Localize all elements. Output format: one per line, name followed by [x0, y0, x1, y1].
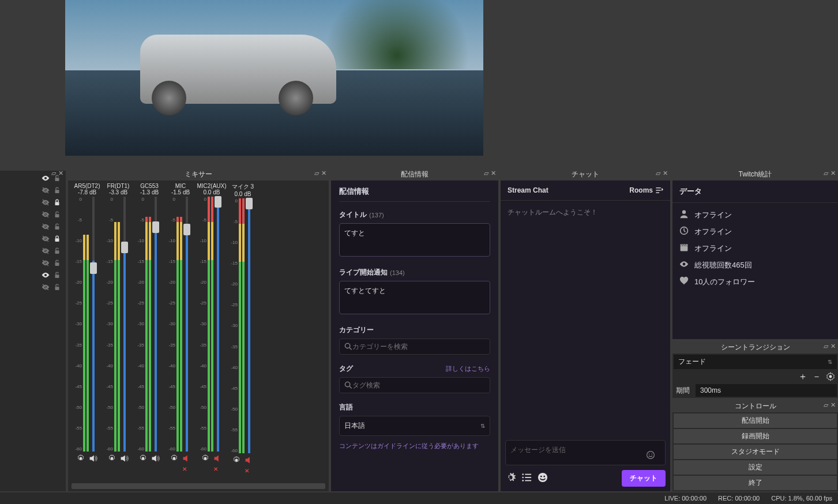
popout-icon[interactable]: ▱ [824, 170, 828, 177]
volume-thumb[interactable] [152, 221, 159, 233]
eye-off-icon[interactable] [42, 186, 50, 196]
gear-icon[interactable] [138, 454, 148, 463]
chat-send-button[interactable]: チャット [622, 470, 666, 487]
close-icon[interactable]: ✕ [831, 343, 836, 350]
mixer-scrollbar[interactable] [72, 483, 325, 489]
add-button[interactable]: ＋ [798, 371, 808, 382]
volume-thumb[interactable] [121, 242, 128, 253]
lang-select[interactable]: 日本語 ⇅ [339, 416, 490, 436]
transitions-header[interactable]: シーントランジション ▱ ✕ [672, 341, 838, 353]
gear-icon[interactable] [232, 456, 241, 465]
volume-thumb[interactable] [246, 198, 253, 209]
gear-icon[interactable] [76, 454, 85, 463]
emoji-icon[interactable] [646, 450, 655, 461]
eye-icon[interactable] [42, 271, 50, 281]
source-row[interactable] [2, 185, 63, 197]
user-icon [679, 209, 689, 220]
close-icon[interactable]: ✕ [491, 170, 496, 177]
preview-canvas[interactable] [65, 0, 483, 156]
smile-icon[interactable] [538, 472, 548, 484]
gear-icon[interactable] [825, 371, 836, 382]
stream-info-header[interactable]: 配信情報 ▱ ✕ [331, 168, 498, 180]
remove-button[interactable]: － [811, 371, 822, 382]
guideline-text[interactable]: コンテンツはガイドラインに従う必要があります [339, 442, 490, 450]
title-count: (137) [369, 212, 384, 219]
volume-thumb[interactable] [90, 262, 97, 274]
eye-off-icon[interactable] [42, 259, 50, 269]
transition-select[interactable]: フェード ⇅ [674, 355, 837, 369]
unlock-icon[interactable] [53, 210, 61, 220]
close-icon[interactable]: ✕ [831, 170, 836, 177]
mute-icon[interactable]: ✕ [245, 456, 254, 465]
category-search[interactable] [339, 338, 490, 355]
speaker-icon[interactable] [89, 454, 98, 463]
duration-input[interactable] [696, 384, 837, 397]
gear-icon[interactable] [201, 454, 210, 463]
popout-icon[interactable]: ▱ [824, 401, 828, 409]
source-row[interactable] [2, 246, 63, 258]
list-icon[interactable] [521, 472, 532, 484]
unlock-icon[interactable] [53, 247, 61, 257]
notify-count: (134) [390, 269, 405, 276]
source-row[interactable] [2, 209, 63, 221]
lock-icon[interactable] [53, 235, 61, 245]
mixer-panel: ミキサー ▱ ✕ AR5(DT2)-7.8 dB0-5-10-15-20-25-… [68, 168, 329, 491]
control-button[interactable]: スタジオモード [674, 445, 837, 459]
unlock-icon[interactable] [53, 283, 61, 293]
popout-icon[interactable]: ▱ [656, 170, 660, 177]
title-input[interactable] [339, 223, 490, 257]
category-input[interactable] [352, 343, 485, 351]
speaker-icon[interactable] [120, 454, 129, 463]
tag-search[interactable] [339, 377, 490, 393]
tag-more-link[interactable]: 詳しくはこちら [446, 364, 490, 373]
eye-off-icon[interactable] [42, 283, 50, 293]
mixer-header[interactable]: ミキサー ▱ ✕ [68, 168, 329, 180]
unlock-icon[interactable] [53, 223, 61, 232]
source-row[interactable] [2, 282, 63, 294]
speaker-icon[interactable] [151, 454, 160, 463]
stats-header[interactable]: Twitch統計 ▱ ✕ [672, 168, 838, 180]
control-button[interactable]: 終了 [674, 476, 837, 490]
notify-input[interactable] [339, 281, 490, 314]
chat-input[interactable]: メッセージを送信 [505, 440, 666, 465]
popout-icon[interactable]: ▱ [51, 170, 56, 177]
popout-icon[interactable]: ▱ [824, 343, 828, 350]
sources-header[interactable]: ▱ ✕ [0, 168, 66, 171]
source-row[interactable] [2, 221, 63, 234]
gear-icon[interactable] [170, 454, 179, 463]
lock-icon[interactable] [53, 198, 61, 208]
chat-header[interactable]: チャット ▱ ✕ [501, 168, 670, 180]
unlock-icon[interactable] [53, 259, 61, 269]
control-button[interactable]: 録画開始 [674, 429, 837, 443]
close-icon[interactable]: ✕ [663, 170, 668, 177]
close-icon[interactable]: ✕ [321, 170, 326, 177]
source-row[interactable] [2, 234, 63, 246]
source-row[interactable] [2, 258, 63, 270]
eye-off-icon[interactable] [42, 210, 50, 220]
control-button[interactable]: 配信開始 [674, 413, 837, 428]
close-icon[interactable]: ✕ [831, 401, 836, 409]
mute-icon[interactable]: ✕ [213, 454, 223, 463]
tag-input[interactable] [352, 381, 485, 389]
unlock-icon[interactable] [53, 271, 61, 281]
source-row[interactable] [2, 197, 63, 209]
eye-icon[interactable] [42, 174, 50, 184]
rooms-button[interactable]: Rooms [629, 186, 663, 194]
eye-off-icon[interactable] [42, 235, 50, 245]
close-icon[interactable]: ✕ [58, 170, 63, 177]
volume-thumb[interactable] [215, 196, 221, 208]
source-row[interactable] [2, 270, 63, 282]
popout-icon[interactable]: ▱ [314, 170, 319, 177]
popout-icon[interactable]: ▱ [484, 170, 488, 177]
control-button[interactable]: 設定 [674, 460, 837, 475]
unlock-icon[interactable] [53, 186, 61, 196]
eye-off-icon[interactable] [42, 198, 50, 208]
eye-off-icon[interactable] [42, 223, 50, 232]
gear-icon[interactable] [107, 454, 117, 463]
level-meter [145, 197, 148, 452]
volume-thumb[interactable] [183, 224, 190, 235]
gear-icon[interactable] [505, 472, 516, 484]
mute-icon[interactable]: ✕ [182, 454, 191, 463]
controls-header[interactable]: コントロール ▱ ✕ [672, 400, 838, 412]
eye-off-icon[interactable] [42, 247, 50, 257]
